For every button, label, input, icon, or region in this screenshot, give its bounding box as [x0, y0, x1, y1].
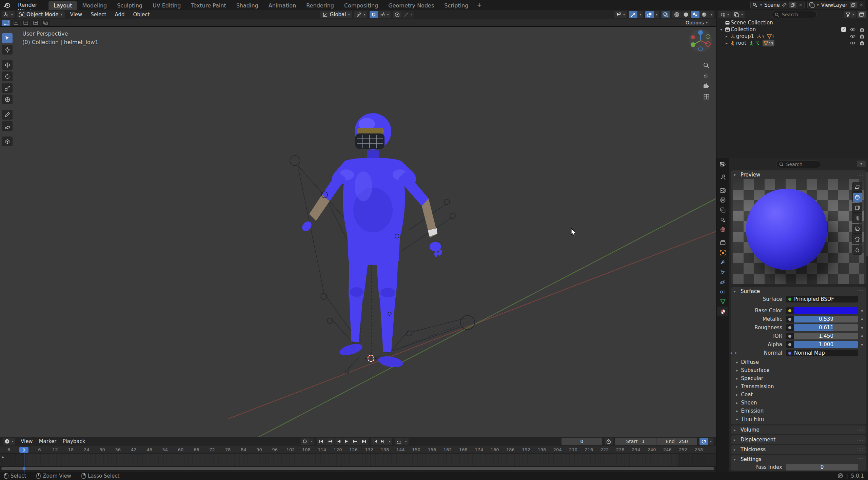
- transform-orientation-dropdown[interactable]: Global ▾: [320, 11, 352, 18]
- properties-search[interactable]: [776, 161, 821, 168]
- shading-rendered-button[interactable]: [700, 11, 709, 18]
- gizmo-z-axis[interactable]: [698, 30, 703, 35]
- expand-icon[interactable]: ▸: [724, 34, 729, 39]
- gizmo-y-axis[interactable]: [691, 42, 695, 47]
- disable-render-icon[interactable]: [860, 41, 865, 45]
- volume-panel-header[interactable]: ▸Volume∷∷: [731, 425, 866, 434]
- row-label[interactable]: Scene Collection: [731, 20, 773, 26]
- ior-field[interactable]: 1.450: [786, 333, 858, 339]
- mode-dropdown[interactable]: Object Mode ▾: [17, 11, 65, 18]
- subpanel-thin-film[interactable]: ▸Thin Film: [731, 415, 866, 423]
- select-mode-invert-button[interactable]: [31, 20, 40, 26]
- jump-to-end-button[interactable]: [360, 438, 369, 445]
- viewlayer-name[interactable]: ViewLayer: [821, 2, 847, 8]
- select-box-tool[interactable]: [2, 33, 13, 43]
- shading-dropdown[interactable]: ▾: [709, 11, 714, 18]
- animate-decorator[interactable]: [861, 310, 863, 312]
- properties-options-dropdown[interactable]: ▾: [857, 161, 866, 167]
- row-label[interactable]: Collection: [731, 26, 756, 33]
- tab-object[interactable]: [717, 248, 728, 257]
- menu-object[interactable]: Object: [130, 12, 153, 18]
- timeline-editor-type-dropdown[interactable]: ▾: [3, 438, 15, 445]
- menu-add[interactable]: Add: [112, 12, 127, 18]
- settings-panel-header[interactable]: ▾ Settings ∷∷: [731, 455, 866, 464]
- channel-expander[interactable]: ▸: [2, 455, 4, 459]
- hide-eye-icon[interactable]: [850, 27, 855, 32]
- remove-viewlayer-button[interactable]: ✕: [860, 2, 863, 7]
- options-dropdown[interactable]: Options ▾: [682, 20, 711, 26]
- shading-wireframe-button[interactable]: [672, 11, 681, 18]
- new-collection-button[interactable]: [857, 11, 866, 18]
- collapse-icon[interactable]: ▾: [718, 27, 724, 32]
- subpanel-coat[interactable]: ▸Coat: [731, 391, 866, 399]
- measure-tool[interactable]: [2, 121, 13, 131]
- select-mode-subtract-button[interactable]: [21, 20, 30, 26]
- surface-shader-field[interactable]: Principled BSDF: [786, 296, 858, 302]
- tab-output[interactable]: [717, 195, 728, 205]
- use-preview-range-toggle[interactable]: [605, 438, 613, 445]
- outliner-row-scene-collection[interactable]: Scene Collection: [716, 19, 868, 26]
- tab-view-layer[interactable]: [717, 205, 728, 215]
- expand-normal-icon[interactable]: ▸: [731, 351, 733, 355]
- timeline-channels[interactable]: ▸: [0, 454, 716, 466]
- workspace-tab-shading[interactable]: Shading: [231, 1, 263, 10]
- workspace-tab-animation[interactable]: Animation: [263, 1, 301, 10]
- scale-tool[interactable]: [2, 83, 13, 93]
- properties-scrollbar[interactable]: [866, 172, 868, 256]
- shading-material-button[interactable]: [691, 11, 699, 18]
- preview-flat-button[interactable]: [852, 182, 862, 192]
- snapping-toggle[interactable]: [370, 11, 378, 18]
- auto-keying-dropdown[interactable]: ▾: [309, 438, 314, 445]
- playback-sync-dropdown[interactable]: ▾: [708, 438, 713, 445]
- outliner-editor-type-dropdown[interactable]: ▾: [718, 11, 731, 18]
- subpanel-diffuse[interactable]: ▸Diffuse: [731, 358, 866, 366]
- playback-sync-toggle[interactable]: [699, 438, 708, 445]
- scene-datablock[interactable]: ▾ Scene ✕: [750, 1, 805, 9]
- end-frame-field[interactable]: End 250: [656, 438, 697, 445]
- auto-keying-toggle[interactable]: [301, 438, 309, 445]
- playhead[interactable]: 0: [19, 447, 28, 453]
- tab-collection[interactable]: [717, 238, 728, 248]
- gizmos-dropdown[interactable]: ▾: [638, 11, 643, 18]
- roughness-field[interactable]: 0.611: [786, 324, 858, 331]
- timeline-menu-playback[interactable]: Playback: [60, 438, 88, 444]
- subpanel-subsurface[interactable]: ▸Subsurface: [731, 366, 866, 374]
- alpha-field[interactable]: 1.000: [786, 341, 858, 348]
- properties-editor-type-dropdown[interactable]: [717, 160, 728, 169]
- proportional-falloff-dropdown[interactable]: ▾: [402, 11, 414, 18]
- base-color-field[interactable]: [786, 307, 858, 314]
- xray-toggle[interactable]: [662, 11, 670, 18]
- navigation-gizmo[interactable]: [688, 28, 713, 53]
- outliner-row-group1[interactable]: ▸ group1 3 2: [716, 33, 868, 40]
- properties-search-input[interactable]: [786, 161, 818, 167]
- toggle-ortho-button[interactable]: [702, 92, 711, 101]
- gizmos-toggle[interactable]: [629, 11, 637, 18]
- animate-decorator[interactable]: [861, 327, 863, 329]
- hide-eye-icon[interactable]: [850, 41, 855, 45]
- panel-grip-icon[interactable]: ∷∷: [857, 289, 863, 294]
- scene-dropdown-icon[interactable]: ▾: [760, 3, 762, 7]
- scene-name[interactable]: Scene: [764, 2, 780, 8]
- workspace-tab-geometry-nodes[interactable]: Geometry Nodes: [383, 1, 439, 10]
- base-color-swatch[interactable]: [794, 307, 858, 314]
- workspace-tab-texture-paint[interactable]: Texture Paint: [186, 1, 231, 10]
- preview-panel-header[interactable]: ▾ Preview ∷∷: [731, 170, 866, 179]
- workspace-tab-rendering[interactable]: Rendering: [301, 1, 339, 10]
- tab-scene[interactable]: [717, 215, 728, 225]
- proportional-editing-toggle[interactable]: [393, 11, 401, 18]
- disable-render-icon[interactable]: [860, 27, 865, 32]
- jump-prev-keyframe-button[interactable]: [326, 438, 334, 445]
- move-tool[interactable]: [2, 60, 13, 70]
- pivot-point-dropdown[interactable]: ▾: [354, 11, 367, 18]
- animate-decorator[interactable]: [861, 335, 863, 337]
- tab-material[interactable]: [717, 307, 728, 316]
- animate-decorator[interactable]: [861, 318, 863, 320]
- subpanel-emission[interactable]: ▸Emission: [731, 407, 866, 415]
- new-scene-button[interactable]: [789, 2, 796, 8]
- select-mode-intersect-button[interactable]: [41, 20, 50, 26]
- editor-type-dropdown[interactable]: ▾: [2, 11, 15, 18]
- offline-globe-icon[interactable]: [837, 473, 843, 479]
- outliner-filter-dropdown[interactable]: ▾: [844, 11, 856, 18]
- outliner-display-mode-dropdown[interactable]: ▾: [732, 11, 745, 18]
- panel-grip-icon[interactable]: ∷∷: [857, 427, 863, 432]
